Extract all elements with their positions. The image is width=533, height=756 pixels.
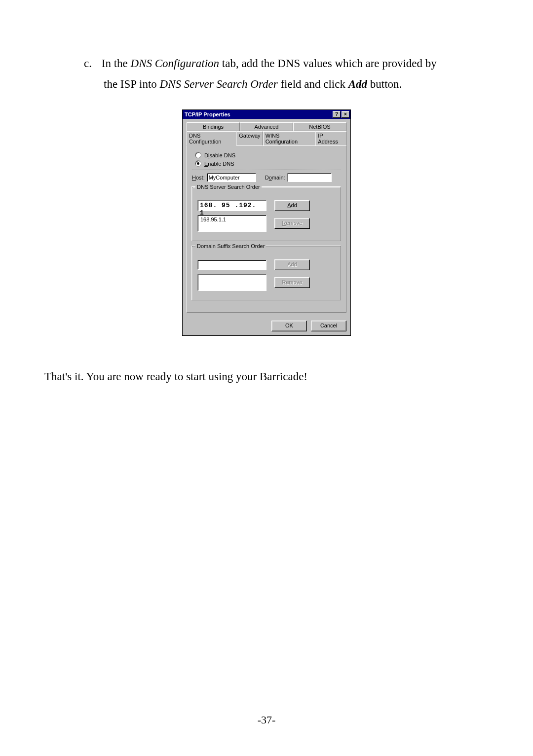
instr-text-5: button. [367, 78, 402, 90]
tab-dns-configuration[interactable]: DNS Configuration [187, 131, 236, 146]
dns-add-button[interactable]: Add [274, 200, 310, 211]
radio-disable-dns[interactable]: Disable DNS [195, 152, 341, 158]
instr-text-4: field and click [278, 78, 348, 90]
dns-ip-input[interactable]: 168. 95 .192. 1 [197, 200, 266, 211]
titlebar[interactable]: TCP/IP Properties ? × [183, 110, 350, 119]
instr-bold-1: Add [348, 78, 367, 90]
tcpip-properties-dialog: TCP/IP Properties ? × Bindings Advanced … [182, 109, 351, 336]
tab-ip-address[interactable]: IP Address [315, 131, 346, 146]
domain-label: Domain: [265, 175, 285, 180]
list-item: 168.95.1.1 [199, 216, 265, 223]
tab-bindings[interactable]: Bindings [187, 122, 240, 131]
tab-advanced[interactable]: Advanced [240, 122, 293, 131]
suffix-remove-button[interactable]: Remove [274, 277, 310, 288]
dns-group-legend: DNS Server Search Order [195, 184, 262, 190]
host-label: Host: [192, 175, 205, 180]
dns-server-list[interactable]: 168.95.1.1 [197, 215, 266, 232]
tab-wins-configuration[interactable]: WINS Configuration [263, 131, 316, 146]
instr-italic-1: DNS Configuration [131, 57, 220, 70]
radio-enable-label: Enable DNS [204, 161, 234, 167]
cancel-button[interactable]: Cancel [311, 321, 346, 331]
tab-row-1: Bindings Advanced NetBIOS [187, 122, 346, 131]
radio-icon [195, 152, 201, 158]
enable-dns-group: Host: Domain: DNS Server Search Order [192, 170, 341, 300]
instr-text-3: the ISP into [104, 78, 160, 90]
help-icon[interactable]: ? [333, 111, 341, 118]
radio-enable-dns[interactable]: Enable DNS [195, 160, 341, 167]
list-marker: c. [84, 53, 99, 74]
instr-text-2: tab, add the DNS values which are provid… [219, 57, 437, 70]
instruction-block: c. In the DNS Configuration tab, add the… [84, 53, 489, 95]
suffix-list[interactable] [197, 274, 266, 291]
dialog-footer: OK Cancel [183, 317, 350, 335]
closing-paragraph: That's it. You are now ready to start us… [44, 370, 489, 383]
radio-icon [195, 160, 201, 167]
domain-suffix-group: Domain Suffix Search Order Add Remove [192, 246, 341, 300]
tab-netbios[interactable]: NetBIOS [293, 122, 346, 131]
page-number: -37- [0, 714, 533, 726]
dns-search-order-group: DNS Server Search Order 168. 95 .192. 1 … [192, 187, 341, 241]
suffix-group-legend: Domain Suffix Search Order [195, 243, 266, 249]
instr-text-1: In the [102, 57, 131, 70]
dialog-title: TCP/IP Properties [185, 111, 332, 117]
tab-row-2: DNS Configuration Gateway WINS Configura… [187, 131, 346, 145]
domain-input[interactable] [287, 173, 332, 182]
ok-button[interactable]: OK [271, 321, 307, 331]
instr-italic-2: DNS Server Search Order [160, 78, 278, 90]
dns-remove-button[interactable]: Remove [274, 218, 310, 229]
host-input[interactable] [207, 173, 256, 182]
suffix-add-button[interactable]: Add [274, 259, 310, 270]
tab-gateway[interactable]: Gateway [236, 131, 263, 146]
suffix-input[interactable] [197, 260, 266, 270]
radio-disable-label: Disable DNS [204, 152, 235, 158]
dns-configuration-panel: Disable DNS Enable DNS Host: [187, 145, 346, 313]
close-icon[interactable]: × [342, 111, 349, 118]
